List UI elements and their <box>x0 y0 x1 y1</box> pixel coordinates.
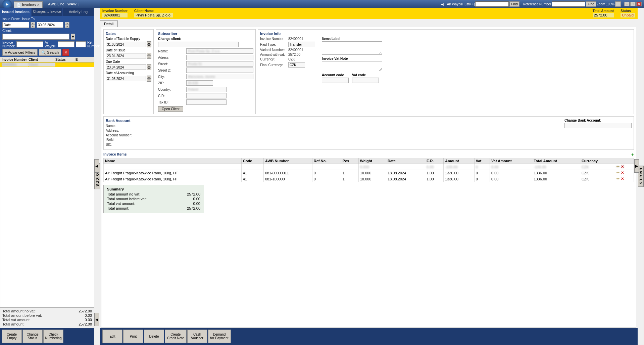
paid-type-input[interactable] <box>288 42 315 47</box>
cid-input[interactable] <box>186 93 227 98</box>
zip-label: ZIP: <box>158 81 185 85</box>
invoices-tab[interactable]: 📄 Invoices ✕ <box>14 1 43 8</box>
issue-from-input[interactable] <box>2 22 29 28</box>
search-btn[interactable]: 🔍 Search <box>39 49 61 56</box>
ref-number-find-btn[interactable]: Find <box>586 1 596 7</box>
edit-row-icon[interactable]: ✏ <box>616 177 620 181</box>
check-numbering-btn[interactable]: Check Numbering <box>43 330 63 343</box>
col-invoice-number: Invoice Number <box>2 58 29 61</box>
due-date[interactable] <box>106 64 146 70</box>
invoice-vat-note-input[interactable] <box>322 61 382 71</box>
edit-btn[interactable]: Edit <box>102 330 122 343</box>
print-btn[interactable]: Print <box>123 330 143 343</box>
demand-for-payment-btn[interactable]: Demand for Payment <box>208 330 231 343</box>
client-dropdown-btn[interactable]: ▼ <box>71 34 75 40</box>
date-issue[interactable] <box>106 53 146 58</box>
delete-btn[interactable]: Delete <box>144 330 164 343</box>
cash-voucher-btn[interactable]: Cash Voucher <box>187 330 207 343</box>
subscriber-section: Subscriber Change client: Name: Adress: <box>156 29 256 114</box>
issue-to-input[interactable] <box>37 22 63 28</box>
taxable-down[interactable]: ▼ <box>147 44 151 47</box>
delete-row-icon[interactable]: ✕ <box>621 177 624 181</box>
issue-to-up[interactable]: ▲ <box>65 22 69 25</box>
delete-row-icon[interactable]: ✕ <box>621 165 624 169</box>
vat-code-input[interactable] <box>352 78 379 83</box>
client-input[interactable] <box>2 34 69 40</box>
tab-activity-log[interactable]: Activity Log <box>63 8 94 16</box>
address-input[interactable] <box>186 55 253 60</box>
change-bank-account-input[interactable] <box>564 123 632 128</box>
bank-name-label: Name: <box>106 124 133 128</box>
collapse-arrow[interactable]: ◀ <box>441 2 444 6</box>
advanced-filters-btn[interactable]: ≡ Advanced Filters <box>2 49 38 56</box>
clear-btn[interactable]: ✕ <box>62 49 69 56</box>
selected-invoice-number: 82400001 <box>102 13 128 17</box>
ref-number-input[interactable] <box>552 1 585 7</box>
col-awb: AWB Number <box>263 158 312 164</box>
tab-issued-invoices[interactable]: Issued Invoices <box>0 8 32 16</box>
action-bar-right: Edit Print Delete Create Credit Note Cas… <box>100 328 638 345</box>
awb-input2[interactable] <box>76 41 86 47</box>
amount-vat-value: 2572.00 <box>288 53 300 56</box>
accounting-up[interactable]: ▲ <box>147 76 151 79</box>
items-label-input[interactable] <box>322 41 382 55</box>
iban-label: IBAN: <box>106 138 133 142</box>
awb-input[interactable] <box>58 41 75 47</box>
address-label: Adress: <box>158 56 185 59</box>
air-waybill-find-btn[interactable]: Find <box>509 1 519 7</box>
dates-section: Dates Date of Taxable Supply ▲ ▼ Date of… <box>103 29 154 114</box>
tab-charges-to-invoice[interactable]: Charges to Invoice <box>32 8 63 16</box>
minimize-btn[interactable]: ─ <box>624 2 630 6</box>
date-taxable-supply[interactable] <box>106 42 146 47</box>
table-row[interactable]: Air Freight Prague-Katowice Rano, 10kg, … <box>104 170 634 176</box>
maximize-btn[interactable]: □ <box>630 2 636 6</box>
currency-label: Currency: <box>260 57 287 61</box>
change-client-input[interactable] <box>158 42 239 47</box>
collapse-left2-btn[interactable]: ◀ <box>94 313 99 326</box>
street-input[interactable] <box>186 61 253 67</box>
name-input[interactable] <box>186 48 253 54</box>
tax-id-input[interactable] <box>186 99 227 105</box>
selected-status: Unpaid <box>621 13 635 17</box>
delete-row-icon[interactable]: ✕ <box>621 171 624 175</box>
accounting-down[interactable]: ▼ <box>147 79 151 82</box>
selected-invoice-row[interactable]: Invoice Number 82400001 Client Name Prvn… <box>100 8 638 19</box>
tab-close-btn[interactable]: ✕ <box>37 3 40 7</box>
due-up[interactable]: ▲ <box>147 64 151 67</box>
create-credit-note-btn[interactable]: Create Credit Note <box>165 330 187 343</box>
create-empty-btn[interactable]: Create Empty <box>2 330 22 343</box>
account-code-input[interactable] <box>322 78 349 83</box>
issue-down[interactable]: ▼ <box>147 56 151 59</box>
street2-input[interactable] <box>186 68 253 73</box>
due-down[interactable]: ▼ <box>147 67 151 70</box>
taxable-up[interactable]: ▲ <box>147 41 151 44</box>
invoice-number-input[interactable] <box>16 41 43 47</box>
zip-input[interactable] <box>186 80 213 86</box>
col-amount: Amount <box>444 158 475 164</box>
total-no-vat-label: Total amount no vat: <box>2 309 36 313</box>
edit-row-icon[interactable]: ✏ <box>616 165 620 169</box>
add-item-btn[interactable]: + <box>631 152 634 157</box>
issue-from-up[interactable]: ▲ <box>31 22 35 25</box>
list-item[interactable]: 82400001 Client <box>0 62 94 67</box>
issue-from-down[interactable]: ▼ <box>31 25 35 28</box>
collapse-right-btn[interactable]: ▶ <box>634 159 639 173</box>
paid-type-label: Paid Type: <box>260 43 287 46</box>
final-currency-input[interactable] <box>288 62 305 68</box>
country-label: Country: <box>158 88 185 91</box>
city-input[interactable] <box>186 74 253 79</box>
issue-up[interactable]: ▲ <box>147 53 151 56</box>
detail-tab[interactable]: Detail <box>100 20 118 27</box>
edit-row-icon[interactable]: ✏ <box>616 171 620 175</box>
close-btn[interactable]: ✕ <box>636 2 642 6</box>
open-client-btn[interactable]: Open Client <box>158 106 183 112</box>
country-input[interactable] <box>186 87 227 92</box>
collapse-left-btn[interactable]: ◀ <box>94 159 99 173</box>
change-status-btn[interactable]: Change Status <box>22 330 43 343</box>
issue-to-down[interactable]: ▼ <box>65 25 69 28</box>
table-row[interactable]: Air Freight Prague-Katowice Rano, 10kg, … <box>104 176 634 182</box>
table-row[interactable]: 0.0000.00-100.0000.00-100.00CZK✏✕ <box>104 164 634 170</box>
date-accounting[interactable] <box>106 76 146 81</box>
air-waybill-input[interactable] <box>475 1 509 7</box>
zoom-in-btn[interactable]: + <box>615 1 621 7</box>
